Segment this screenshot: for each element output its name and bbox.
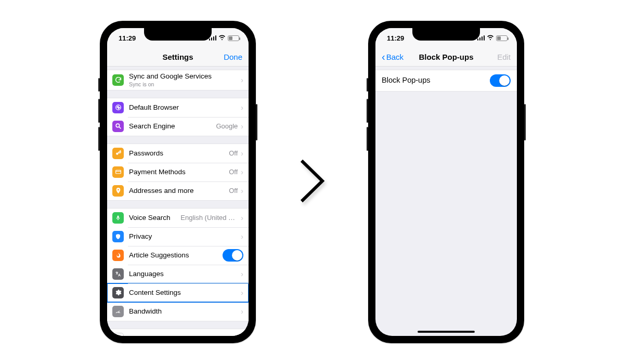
row-label: Content Settings	[129, 289, 238, 297]
row-search-engine[interactable]: Search Engine Google ›	[107, 117, 249, 136]
row-label: Sync and Google Services	[129, 72, 238, 81]
row-value: Google	[216, 122, 238, 130]
row-label: Search Engine	[129, 122, 213, 131]
chevron-right-icon: ›	[241, 270, 243, 278]
row-label: Passwords	[129, 149, 226, 158]
translate-icon	[112, 268, 124, 280]
row-value: English (United Sta…	[180, 214, 238, 222]
article-suggestions-toggle[interactable]	[223, 249, 243, 262]
wifi-icon	[487, 34, 494, 42]
svg-rect-4	[115, 171, 121, 174]
battery-icon	[228, 35, 239, 41]
block-popups-toggle[interactable]	[490, 74, 511, 87]
row-label: Bandwidth	[129, 307, 238, 316]
page-title: Block Pop-ups	[419, 53, 473, 61]
mic-icon	[112, 212, 124, 224]
row-content-settings[interactable]: Content Settings ›	[107, 283, 249, 302]
chevron-right-icon: ›	[241, 233, 243, 240]
chevron-right-icon: ›	[241, 308, 243, 315]
row-addresses[interactable]: Addresses and more Off ›	[107, 181, 249, 200]
svg-line-2	[119, 127, 121, 128]
row-label: Default Browser	[129, 103, 238, 112]
svg-rect-6	[118, 215, 119, 218]
row-payment-methods[interactable]: Payment Methods Off ›	[107, 163, 249, 181]
chevron-right-icon: ›	[241, 187, 243, 194]
row-label: Languages	[129, 270, 238, 278]
gauge-icon	[112, 306, 124, 317]
svg-point-8	[114, 335, 121, 336]
chevron-left-icon: ‹	[382, 51, 385, 62]
row-privacy[interactable]: Privacy ›	[107, 227, 249, 246]
row-bandwidth[interactable]: Bandwidth ›	[107, 302, 249, 321]
home-indicator[interactable]	[418, 331, 475, 333]
phone-left: 11:29 Settings Done Sync and G	[100, 21, 256, 343]
row-languages[interactable]: Languages ›	[107, 265, 249, 283]
done-button[interactable]: Done	[217, 48, 249, 66]
back-button[interactable]: ‹ Back	[375, 48, 410, 66]
nav-bar: ‹ Back Block Pop-ups Edit	[375, 48, 517, 67]
wifi-icon	[218, 34, 226, 42]
svg-point-3	[116, 153, 118, 155]
row-block-popups[interactable]: Block Pop-ups	[375, 70, 517, 91]
edit-button[interactable]: Edit	[491, 48, 517, 66]
compass-icon	[112, 102, 124, 113]
phone-right: 11:29 ‹ Back Block Pop-ups Edit Block Po…	[368, 21, 524, 343]
gear-icon	[112, 287, 124, 298]
popup-settings-list: Block Pop-ups	[375, 67, 517, 336]
status-time: 11:29	[119, 34, 136, 42]
status-time: 11:29	[387, 34, 404, 42]
row-label: Article Suggestions	[129, 251, 223, 259]
svg-point-9	[115, 335, 121, 336]
chevron-right-icon: ›	[241, 335, 243, 336]
settings-list[interactable]: Sync and Google Services Sync is on › De…	[107, 67, 249, 336]
chevron-right-icon: ›	[241, 104, 243, 111]
back-label: Back	[386, 53, 404, 61]
arrow-right-icon	[297, 158, 327, 206]
key-icon	[112, 148, 124, 159]
row-label: Voice Search	[129, 214, 177, 222]
row-value: Off	[229, 168, 238, 176]
svg-point-1	[116, 124, 120, 127]
page-title: Settings	[162, 53, 193, 61]
search-icon	[112, 121, 124, 132]
sync-icon	[112, 74, 124, 86]
row-google-chrome[interactable]: Google Chrome ›	[107, 329, 249, 336]
nav-bar: Settings Done	[107, 48, 249, 67]
chevron-right-icon: ›	[241, 76, 243, 84]
row-article-suggestions[interactable]: Article Suggestions	[107, 246, 249, 265]
row-label: Google Chrome	[129, 334, 238, 336]
chevron-right-icon: ›	[241, 150, 243, 157]
row-sync[interactable]: Sync and Google Services Sync is on ›	[107, 70, 249, 90]
shield-icon	[112, 231, 124, 242]
battery-icon	[496, 35, 508, 41]
row-label: Addresses and more	[129, 187, 226, 195]
chevron-right-icon: ›	[241, 168, 243, 176]
chevron-right-icon: ›	[241, 123, 243, 130]
row-subtitle: Sync is on	[129, 81, 238, 88]
row-value: Off	[229, 187, 238, 194]
row-value: Off	[229, 149, 238, 157]
row-label: Payment Methods	[129, 168, 226, 176]
location-icon	[112, 185, 124, 197]
chrome-icon	[112, 333, 124, 336]
notch	[412, 28, 480, 41]
row-label: Block Pop-ups	[382, 76, 490, 85]
chevron-right-icon: ›	[241, 289, 243, 296]
row-label: Privacy	[129, 232, 238, 241]
notch	[144, 28, 212, 41]
row-passwords[interactable]: Passwords Off ›	[107, 144, 249, 163]
chevron-right-icon: ›	[241, 214, 243, 222]
row-voice-search[interactable]: Voice Search English (United Sta… ›	[107, 209, 249, 227]
flame-icon	[112, 250, 124, 261]
row-default-browser[interactable]: Default Browser ›	[107, 98, 249, 117]
card-icon	[112, 166, 124, 178]
